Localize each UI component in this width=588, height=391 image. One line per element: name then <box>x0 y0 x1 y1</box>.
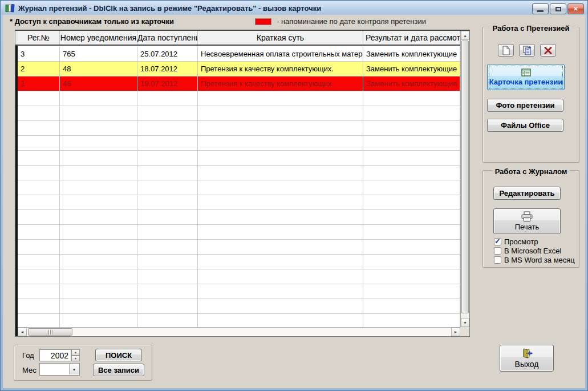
column-header-num[interactable]: Номер уведомления <box>60 31 137 45</box>
cell-num: 46 <box>60 76 137 91</box>
table-row[interactable]: 2 48 18.07.2012 Претензия к качеству ком… <box>18 62 460 76</box>
claim-card-button[interactable]: Карточка претензии <box>487 64 565 90</box>
window-title: Журнал претензий - DblClk на запись в ре… <box>18 4 321 13</box>
scroll-down-button[interactable]: ▼ <box>461 318 469 327</box>
cell-result: Заменить комплектующие <box>363 76 460 91</box>
checkbox-preview[interactable] <box>494 238 501 245</box>
column-header-reg[interactable]: Рег.№ <box>18 31 60 45</box>
horizontal-scroll-thumb[interactable] <box>28 328 72 336</box>
journal-checkbox-0[interactable]: Просмотр <box>494 237 538 246</box>
cell-result: Заменить комплектующие <box>363 47 460 61</box>
title-bar[interactable]: Журнал претензий - DblClk на запись в ре… <box>1 1 587 15</box>
checkbox-excel[interactable] <box>494 247 501 255</box>
printer-icon <box>521 211 533 222</box>
table-row-empty[interactable] <box>18 240 460 255</box>
grid-empty-rows <box>18 91 460 327</box>
exit-door-icon <box>521 348 533 359</box>
new-document-icon <box>502 46 510 55</box>
app-books-icon <box>5 3 15 13</box>
arrow-down-icon: ▼ <box>463 321 467 325</box>
table-row-empty[interactable] <box>18 225 460 240</box>
cell-num: 48 <box>60 62 137 76</box>
cell-summary: Претензия к качеству комплектующих. <box>198 62 363 76</box>
table-row-empty[interactable] <box>18 106 460 121</box>
table-row-empty[interactable] <box>18 210 460 225</box>
arrow-left-icon: ◄ <box>21 330 25 334</box>
scroll-left-button[interactable]: ◄ <box>18 328 27 336</box>
checkbox-word[interactable] <box>494 256 501 264</box>
cell-date: 18.07.2012 <box>137 62 198 76</box>
search-panel: Год 2002 ▲ ▼ ПОИСК Мес ▼ Все записи <box>14 345 152 381</box>
reminder-legend: - напоминание по дате контроля претензии <box>277 17 426 26</box>
claim-photo-button[interactable]: Фото претензии <box>487 99 563 112</box>
checkbox-label: Просмотр <box>504 237 538 246</box>
claim-card-label: Карточка претензии <box>489 78 563 86</box>
minimize-button[interactable] <box>532 3 549 14</box>
vertical-scroll-thumb[interactable] <box>461 41 469 313</box>
arrow-up-icon: ▲ <box>463 34 467 38</box>
table-row-empty[interactable] <box>18 299 460 314</box>
month-select[interactable]: ▼ <box>39 363 80 376</box>
journal-checkbox-1[interactable]: В Microsoft Excel <box>494 247 561 255</box>
new-claim-button[interactable] <box>498 44 514 57</box>
table-row[interactable]: 1 46 19.07.2012 Претензия к качеству ком… <box>18 76 460 91</box>
table-row-empty[interactable] <box>18 284 460 299</box>
cell-reg: 1 <box>18 76 60 91</box>
dropdown-arrow-icon[interactable]: ▼ <box>69 364 79 374</box>
journal-panel: Работа с Журналом Редактировать Печать П… <box>482 170 579 268</box>
close-icon: ✕ <box>573 6 578 12</box>
cell-reg: 3 <box>18 47 60 61</box>
search-button[interactable]: ПОИСК <box>95 349 142 361</box>
spinner-up-icon[interactable]: ▲ <box>71 349 80 356</box>
column-header-summary[interactable]: Краткая суть <box>198 31 363 45</box>
cell-num: 765 <box>60 47 137 61</box>
office-files-button[interactable]: Файлы Office <box>487 119 563 132</box>
all-records-button[interactable]: Все записи <box>93 364 144 376</box>
vertical-scrollbar[interactable]: ▲ ▼ <box>460 31 469 327</box>
table-row-empty[interactable] <box>18 151 460 166</box>
table-row-empty[interactable] <box>18 166 460 180</box>
horizontal-scrollbar[interactable]: ◄ ► <box>18 327 460 336</box>
year-spinner[interactable]: ▲ ▼ <box>71 349 80 361</box>
table-row-empty[interactable] <box>18 255 460 269</box>
year-label: Год <box>22 351 34 360</box>
window-frame: Журнал претензий - DblClk на запись в ре… <box>0 0 588 391</box>
checkbox-label: В Microsoft Excel <box>504 247 561 255</box>
journal-checkbox-2[interactable]: В MS Word за месяц <box>494 256 575 264</box>
delete-x-icon <box>544 47 552 54</box>
claim-panel: Работа с Претензией <box>482 27 579 163</box>
journal-panel-title: Работа с Журналом <box>492 167 570 176</box>
maximize-button[interactable] <box>550 3 566 14</box>
close-button[interactable]: ✕ <box>567 3 584 14</box>
print-button[interactable]: Печать <box>493 208 561 234</box>
column-header-result[interactable]: Результат и дата рассмотрен <box>363 31 460 45</box>
access-note: * Доступ к справочникам только из карточ… <box>10 17 174 26</box>
grid-header: Рег.№ Номер уведомления Дата поступления… <box>18 31 460 46</box>
column-header-date[interactable]: Дата поступления <box>137 31 198 45</box>
delete-claim-button[interactable] <box>540 44 556 57</box>
reminder-color-swatch <box>255 18 271 25</box>
copy-claim-button[interactable] <box>519 44 535 57</box>
arrow-right-icon: ► <box>454 330 458 334</box>
table-row-empty[interactable] <box>18 180 460 195</box>
claim-card-icon <box>521 68 531 76</box>
table-row-empty[interactable] <box>18 121 460 136</box>
spinner-down-icon[interactable]: ▼ <box>71 356 80 362</box>
scrollbar-corner <box>460 327 469 336</box>
table-row-empty[interactable] <box>18 269 460 284</box>
table-row-empty[interactable] <box>18 91 460 106</box>
minimize-icon <box>537 10 544 12</box>
maximize-icon <box>555 7 561 11</box>
cell-date: 19.07.2012 <box>137 76 198 91</box>
table-row-empty[interactable] <box>18 195 460 210</box>
table-row-empty[interactable] <box>18 136 460 151</box>
year-input[interactable]: 2002 <box>39 349 71 361</box>
edit-button[interactable]: Редактировать <box>493 187 561 200</box>
exit-button[interactable]: Выход <box>500 345 554 372</box>
table-row[interactable]: 3 765 25.07.2012 Несвоевременная оплата … <box>18 47 460 62</box>
cell-reg: 2 <box>18 62 60 76</box>
table-row-empty[interactable] <box>18 314 460 327</box>
scroll-right-button[interactable]: ► <box>451 328 460 336</box>
scroll-up-button[interactable]: ▲ <box>461 31 469 40</box>
copy-icon <box>522 46 532 55</box>
